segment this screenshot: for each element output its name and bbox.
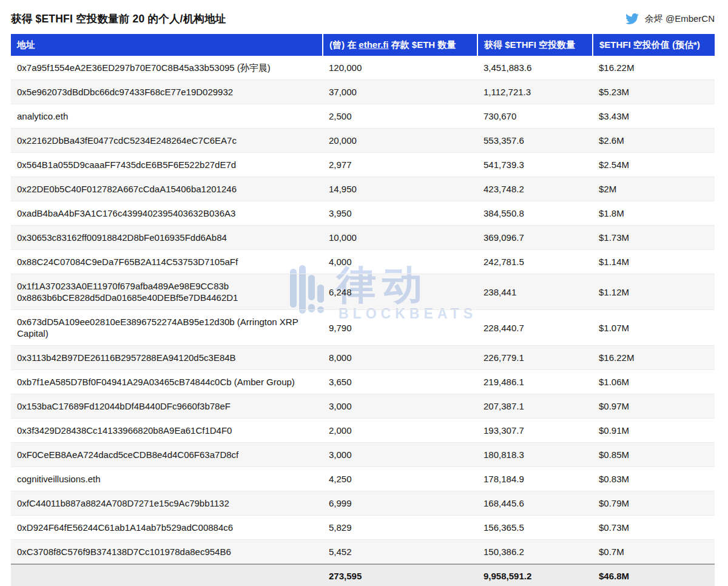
value-cell: $3.43M bbox=[593, 104, 715, 129]
address-cell: 0x7a95f1554eA2E36ED297b70E70C8B45a33b530… bbox=[11, 56, 323, 80]
value-cell: $1.06M bbox=[593, 370, 715, 394]
value-cell: $2M bbox=[593, 177, 715, 201]
table-row: 0xfC44011b887a8824A708D7271e15c9Ac79bb11… bbox=[11, 491, 715, 516]
address-cell: 0x673dD5A109ee02810eE3896752274AB95e12d3… bbox=[11, 310, 323, 346]
deposit-cell: 10,000 bbox=[323, 226, 477, 250]
value-cell: $0.91M bbox=[593, 419, 715, 443]
address-cell: 0x3f3429D28438Cc14133966820b8A9Ea61Cf1D4… bbox=[11, 419, 323, 443]
airdrop-cell: 384,550.8 bbox=[477, 201, 593, 226]
header-airdrop-label: 获得 $ETHFI 空投数量 bbox=[484, 39, 575, 50]
table-row: 0x30653c83162ff00918842D8bFe016935Fdd6Ab… bbox=[11, 226, 715, 250]
address-cell: 0x88C24C07084C9eDa7F65B2A114C53753D7105a… bbox=[11, 250, 323, 274]
total-label-cell bbox=[11, 564, 323, 586]
address-cell: 0x153baC17689Fd12044bDf4B440DFc9660f3b78… bbox=[11, 394, 323, 419]
table-row: analytico.eth 2,500 730,670 $3.43M bbox=[11, 104, 715, 129]
address-cell: 0x22DE0b5C40F012782A667cCdaA15406ba12012… bbox=[11, 177, 323, 201]
total-value-cell: $46.8M bbox=[593, 564, 715, 586]
deposit-cell: 5,452 bbox=[323, 540, 477, 565]
table-row: 0x22DE0b5C40F012782A667cCdaA15406ba12012… bbox=[11, 177, 715, 201]
deposit-cell: 14,950 bbox=[323, 177, 477, 201]
address-cell: 0x22162DbBa43fE0477cdC5234E248264eC7C6EA… bbox=[11, 129, 323, 153]
value-cell: $0.97M bbox=[593, 394, 715, 419]
airdrop-cell: 178,184.9 bbox=[477, 467, 593, 491]
deposit-cell: 3,650 bbox=[323, 370, 477, 394]
address-cell: 0x3113b42B97DE26116B2957288EA94120d5c3E8… bbox=[11, 346, 323, 370]
value-cell: $0.7M bbox=[593, 540, 715, 565]
table-row: 0x3113b42B97DE26116B2957288EA94120d5c3E8… bbox=[11, 346, 715, 370]
address-cell: cognitiveillusions.eth bbox=[11, 467, 323, 491]
table-row: 0x673dD5A109ee02810eE3896752274AB95e12d3… bbox=[11, 310, 715, 346]
airdrop-cell: 228,440.7 bbox=[477, 310, 593, 346]
table-row: 0x153baC17689Fd12044bDf4B440DFc9660f3b78… bbox=[11, 394, 715, 419]
header-airdrop: 获得 $ETHFI 空投数量 bbox=[477, 34, 593, 56]
table-row: 0x5e962073dBdDbc66dc97433F68cE77e19D0299… bbox=[11, 80, 715, 104]
author-attribution: 余烬 @EmberCN bbox=[624, 12, 715, 25]
deposit-cell: 37,000 bbox=[323, 80, 477, 104]
topbar: 获得 $ETHFI 空投数量前 20 的个人/机构地址 余烬 @EmberCN bbox=[0, 0, 728, 34]
value-cell: $1.07M bbox=[593, 310, 715, 346]
airdrop-cell: 226,779.1 bbox=[477, 346, 593, 370]
value-cell: $0.79M bbox=[593, 491, 715, 516]
address-cell: 0x564B1a055D9caaaFF7435dcE6B5F6E522b27dE… bbox=[11, 153, 323, 177]
table-row: 0x22162DbBa43fE0477cdC5234E248264eC7C6EA… bbox=[11, 129, 715, 153]
deposit-cell: 6,999 bbox=[323, 491, 477, 516]
deposit-cell: 2,977 bbox=[323, 153, 477, 177]
table-row: 0x3f3429D28438Cc14133966820b8A9Ea61Cf1D4… bbox=[11, 419, 715, 443]
airdrop-cell: 193,307.7 bbox=[477, 419, 593, 443]
deposit-cell: 3,000 bbox=[323, 443, 477, 467]
value-cell: $16.22M bbox=[593, 56, 715, 80]
value-cell: $1.8M bbox=[593, 201, 715, 226]
address-cell: 0x1f1A370233A0E11970f679afba489Ae98E9CC8… bbox=[11, 274, 323, 310]
airdrop-cell: 168,445.6 bbox=[477, 491, 593, 516]
airdrop-cell: 156,365.5 bbox=[477, 516, 593, 540]
airdrop-cell: 238,441 bbox=[477, 274, 593, 310]
twitter-handle[interactable]: 余烬 @EmberCN bbox=[645, 13, 715, 25]
value-cell: $16.22M bbox=[593, 346, 715, 370]
table-row: 0xC3708f8C576f9B374138D7Cc101978da8ec954… bbox=[11, 540, 715, 565]
value-cell: $1.12M bbox=[593, 274, 715, 310]
deposit-cell: 6,248 bbox=[323, 274, 477, 310]
table-row: 0xadB4baA4bF3A1C176c4399402395403632B036… bbox=[11, 201, 715, 226]
header-value-label: $ETHFI 空投价值 (预估*) bbox=[599, 39, 700, 50]
airdrop-cell: 730,670 bbox=[477, 104, 593, 129]
ether-fi-link[interactable]: ether.fi bbox=[359, 39, 388, 50]
deposit-cell: 9,790 bbox=[323, 310, 477, 346]
airdrop-table: 地址 (曾) 在 ether.fi 存款 $ETH 数量 获得 $ETHFI 空… bbox=[11, 34, 715, 586]
header-row: 地址 (曾) 在 ether.fi 存款 $ETH 数量 获得 $ETHFI 空… bbox=[11, 34, 715, 56]
header-deposit: (曾) 在 ether.fi 存款 $ETH 数量 bbox=[323, 34, 477, 56]
value-cell: $2.54M bbox=[593, 153, 715, 177]
airdrop-cell: 180,818.3 bbox=[477, 443, 593, 467]
table-body: 0x7a95f1554eA2E36ED297b70E70C8B45a33b530… bbox=[11, 56, 715, 564]
header-address-label: 地址 bbox=[17, 39, 35, 50]
airdrop-cell: 1,112,721.3 bbox=[477, 80, 593, 104]
total-airdrop-cell: 9,958,591.2 bbox=[477, 564, 593, 586]
address-cell: 0xF0CeEB8AeA724dacd5ceCDB8e4d4C06F63a7D8… bbox=[11, 443, 323, 467]
twitter-bird-icon bbox=[624, 12, 640, 25]
address-cell: 0xb7f1eA585D7Bf0F04941A29A03465cB74844c0… bbox=[11, 370, 323, 394]
value-cell: $1.73M bbox=[593, 226, 715, 250]
header-deposit-prefix: (曾) 在 bbox=[329, 39, 359, 50]
deposit-cell: 3,000 bbox=[323, 394, 477, 419]
deposit-cell: 8,000 bbox=[323, 346, 477, 370]
deposit-cell: 4,000 bbox=[323, 250, 477, 274]
value-cell: $0.83M bbox=[593, 467, 715, 491]
table-row: 0xF0CeEB8AeA724dacd5ceCDB8e4d4C06F63a7D8… bbox=[11, 443, 715, 467]
address-cell: 0x30653c83162ff00918842D8bFe016935Fdd6Ab… bbox=[11, 226, 323, 250]
deposit-cell: 5,829 bbox=[323, 516, 477, 540]
deposit-cell: 2,000 bbox=[323, 419, 477, 443]
airdrop-cell: 541,739.3 bbox=[477, 153, 593, 177]
airdrop-cell: 553,357.6 bbox=[477, 129, 593, 153]
deposit-cell: 2,500 bbox=[323, 104, 477, 129]
total-row: 273,595 9,958,591.2 $46.8M bbox=[11, 564, 715, 586]
page-title: 获得 $ETHFI 空投数量前 20 的个人/机构地址 bbox=[11, 12, 226, 26]
address-cell: 0xadB4baA4bF3A1C176c4399402395403632B036… bbox=[11, 201, 323, 226]
value-cell: $1.14M bbox=[593, 250, 715, 274]
value-cell: $0.85M bbox=[593, 443, 715, 467]
airdrop-cell: 150,386.2 bbox=[477, 540, 593, 565]
table-row: 0x564B1a055D9caaaFF7435dcE6B5F6E522b27dE… bbox=[11, 153, 715, 177]
deposit-cell: 4,250 bbox=[323, 467, 477, 491]
address-cell: 0x5e962073dBdDbc66dc97433F68cE77e19D0299… bbox=[11, 80, 323, 104]
airdrop-cell: 219,486.1 bbox=[477, 370, 593, 394]
total-deposit-cell: 273,595 bbox=[323, 564, 477, 586]
header-deposit-suffix: 存款 $ETH 数量 bbox=[389, 39, 456, 50]
